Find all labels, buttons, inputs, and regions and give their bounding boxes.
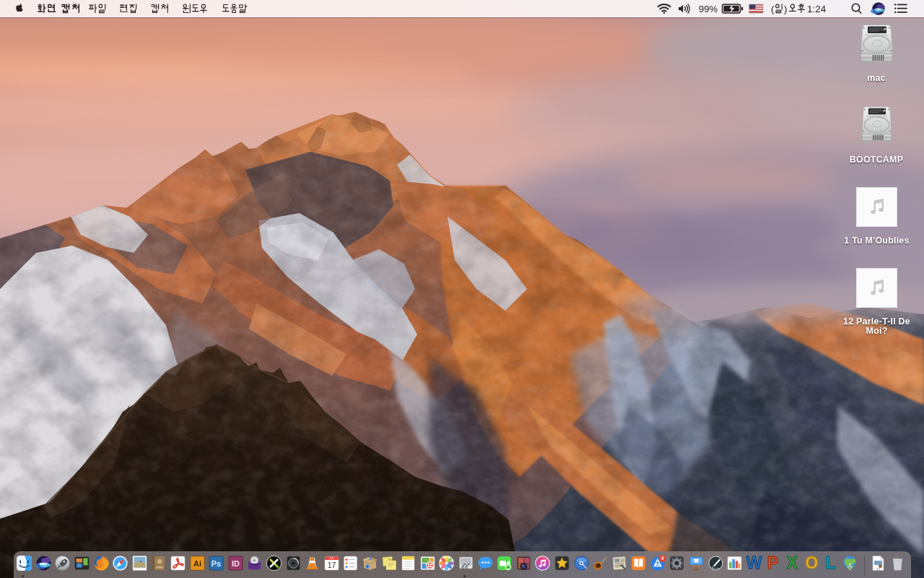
svg-text:X: X [787, 555, 798, 571]
svg-text:L: L [826, 555, 836, 571]
svg-text:ID: ID [232, 559, 240, 568]
svg-text:JPG: JPG [876, 568, 881, 571]
svg-text:P: P [767, 555, 778, 571]
svg-text:4: 4 [661, 556, 664, 561]
svg-text:Plans: Plans [388, 558, 395, 561]
svg-text:1:24: 1:24 [807, 4, 827, 14]
svg-text:(: ( [771, 4, 775, 14]
svg-text:Ps: Ps [212, 559, 221, 568]
svg-text:O: O [805, 555, 818, 571]
svg-text:): ) [784, 4, 788, 14]
svg-text:Ai: Ai [193, 559, 201, 568]
svg-text:99%: 99% [699, 4, 718, 14]
svg-text:17: 17 [327, 561, 336, 569]
svg-text:W: W [746, 555, 762, 571]
